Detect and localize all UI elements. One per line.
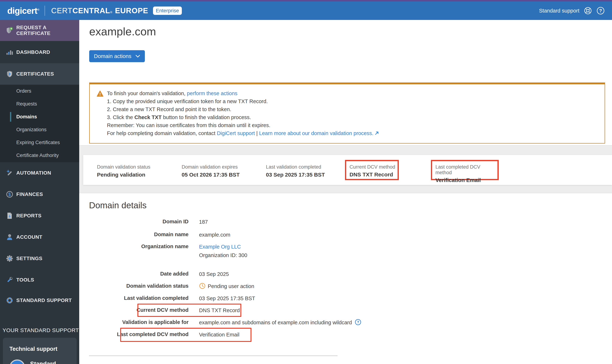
detail-label: Current DCV method — [79, 307, 189, 314]
status-col-validation-expires: Domain validation expires 05 Oct 2026 17… — [182, 164, 240, 178]
help-icon[interactable]: ? — [355, 319, 361, 325]
sidebar-label: REPORTS — [16, 213, 41, 219]
sidebar-item-automation[interactable]: AUTOMATION — [0, 162, 79, 184]
detail-value-text: example.com and subdomains of example.co… — [199, 319, 352, 326]
sidebar-item-account[interactable]: ACCOUNT — [0, 226, 79, 248]
sidebar-label: Orders — [16, 88, 31, 94]
life-preserver-icon[interactable] — [584, 7, 592, 15]
header-divider — [45, 6, 45, 16]
detail-value: example.com — [199, 232, 230, 238]
detail-value-text: example.com — [199, 232, 230, 238]
warning-text-block: To finish your domain's validation, perf… — [107, 89, 379, 143]
sidebar-item-orders[interactable]: Orders — [0, 85, 79, 98]
warning-help-line: For help completing domain validation, c… — [107, 129, 379, 137]
support-avatar — [9, 360, 25, 364]
help-icon[interactable]: ? — [596, 7, 605, 15]
sidebar-label: AUTOMATION — [16, 170, 51, 176]
detail-value: Pending user action — [199, 283, 254, 289]
sidebar-label: STANDARD SUPPORT — [16, 298, 72, 303]
detail-value: DNS TXT Record — [199, 307, 240, 314]
status-value: Pending validation — [97, 172, 150, 178]
validation-warning-panel: To finish your domain's validation, perf… — [89, 82, 605, 143]
warning-help-prefix: For help completing domain validation, c… — [107, 130, 217, 136]
enterprise-badge: Enterprise — [153, 7, 182, 15]
sidebar-label: FINANCES — [16, 191, 43, 197]
detail-row-last-completed-dcv: Last completed DCV method Verification E… — [79, 331, 478, 338]
sidebar-item-certificate-authority[interactable]: Certificate Authority — [0, 149, 79, 162]
active-indicator-bar — [10, 112, 11, 122]
sidebar-label: Domains — [16, 114, 37, 120]
product-cert: CERT — [51, 6, 73, 15]
status-label: Domain validation status — [97, 164, 150, 170]
sidebar-label: CERTIFICATES — [16, 71, 54, 77]
sidebar-item-expiring-certificates[interactable]: Expiring Certificates — [0, 136, 79, 149]
digicert-support-link[interactable]: DigiCert support — [217, 130, 255, 136]
sidebar-item-tools[interactable]: TOOLS — [0, 269, 79, 291]
status-value: Verification Email — [435, 177, 497, 183]
detail-value-text: 187 — [199, 219, 208, 225]
organization-link[interactable]: Example Org LLC — [199, 244, 241, 250]
detail-row-domain-id: Domain ID 187 — [79, 219, 478, 225]
sidebar-item-requests[interactable]: Requests — [0, 98, 79, 110]
shield-icon — [6, 70, 13, 78]
sidebar-item-settings[interactable]: SETTINGS — [0, 248, 79, 269]
detail-label: Domain validation status — [79, 283, 189, 289]
warning-step-3-pre: 3. Click the — [107, 114, 134, 120]
detail-row-validation-status: Domain validation status Pending user ac… — [79, 283, 478, 289]
detail-row-date-added: Date added 03 Sep 2025 — [79, 271, 478, 277]
sidebar-item-standard-support[interactable]: STANDARD SUPPORT — [0, 291, 79, 310]
sidebar-item-request-certificate[interactable]: REQUEST A CERTIFICATE — [0, 20, 79, 41]
detail-label: Last completed DCV method — [79, 331, 189, 338]
sidebar-item-finances[interactable]: $ FINANCES — [0, 184, 79, 205]
status-label: Last completed DCV method — [435, 164, 497, 175]
svg-text:?: ? — [599, 8, 602, 13]
technical-support-card[interactable]: Technical support Standard support — [3, 338, 77, 364]
warning-remember-line: Remember: You can issue certificates fro… — [107, 121, 379, 129]
sidebar-item-organizations[interactable]: Organizations — [0, 123, 79, 136]
organization-id-text: Organization ID: 300 — [199, 252, 247, 258]
warning-intro-text: To finish your domain's validation, — [107, 91, 187, 96]
sidebar: REQUEST A CERTIFICATE DASHBOARD CERTIFIC… — [0, 20, 79, 364]
sidebar-item-dashboard[interactable]: DASHBOARD — [0, 41, 79, 63]
dollar-coin-icon: $ — [6, 191, 13, 198]
clock-pending-icon — [199, 283, 206, 289]
product-title: CERTCENTRAL®EUROPE — [51, 6, 148, 15]
sidebar-label: ACCOUNT — [16, 234, 42, 240]
status-value: 05 Oct 2026 17:35 BST — [182, 172, 240, 178]
detail-label: Organization name — [79, 244, 189, 258]
tech-support-row: Standard support — [9, 360, 77, 364]
detail-row-domain-name: Domain name example.com — [79, 232, 478, 238]
warning-triangle-icon — [97, 91, 104, 97]
sidebar-label: Expiring Certificates — [16, 140, 60, 145]
page-title: example.com — [89, 25, 156, 38]
warning-step-3: 3. Click the Check TXT button to finish … — [107, 113, 379, 121]
sidebar-item-certificates[interactable]: CERTIFICATES — [0, 63, 79, 85]
tech-support-subtitle: Standard support — [30, 360, 77, 364]
domain-actions-button[interactable]: Domain actions — [89, 50, 145, 62]
detail-label: Date added — [79, 271, 189, 277]
main-content: example.com Domain actions To finish you… — [79, 20, 612, 364]
status-band: Domain validation status Pending validat… — [79, 145, 612, 193]
browser-top-strip — [0, 0, 612, 1]
detail-value-text: Pending user action — [208, 283, 254, 289]
wrench-icon — [6, 276, 13, 284]
sidebar-label: SETTINGS — [16, 256, 42, 261]
sidebar-item-domains[interactable]: Domains — [0, 110, 79, 123]
shield-plus-icon — [6, 27, 13, 34]
domain-actions-label: Domain actions — [94, 53, 131, 59]
detail-value: Example Org LLC Organization ID: 300 — [199, 244, 247, 258]
svg-text:$: $ — [8, 192, 11, 197]
external-link-icon — [375, 131, 379, 135]
magic-wand-icon — [6, 169, 13, 177]
digicert-logo[interactable]: digicert® — [7, 6, 39, 16]
sidebar-label: TOOLS — [16, 277, 34, 283]
perform-actions-link[interactable]: perform these actions — [187, 91, 237, 96]
status-label: Domain validation expires — [182, 164, 240, 170]
standard-support-label[interactable]: Standard support — [539, 8, 579, 14]
warning-step-3-post: button to finish the validation process. — [161, 114, 251, 120]
sidebar-item-reports[interactable]: REPORTS — [0, 205, 79, 226]
detail-row-current-dcv: Current DCV method DNS TXT Record — [79, 307, 478, 314]
report-download-icon — [6, 212, 13, 219]
learn-more-link[interactable]: Learn more about our domain validation p… — [259, 130, 373, 136]
detail-row-applicable-for: Validation is applicable for example.com… — [79, 319, 478, 326]
